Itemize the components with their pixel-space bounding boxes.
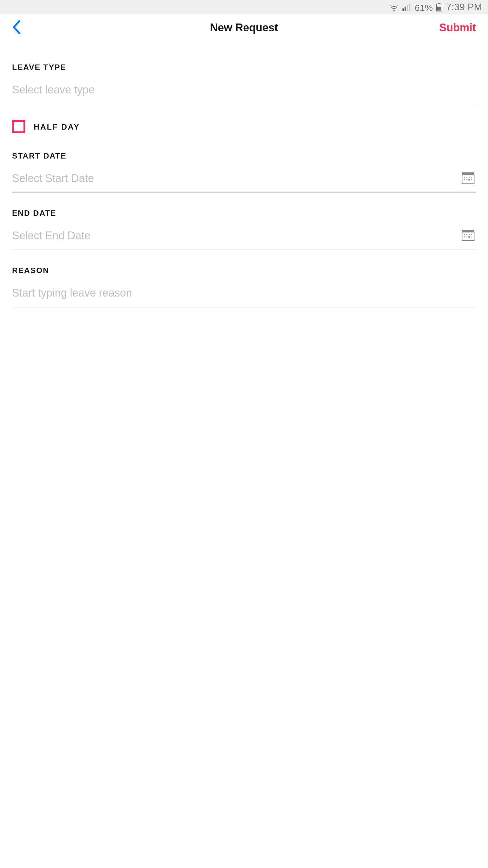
svg-rect-19 [462, 232, 474, 241]
svg-point-27 [471, 236, 472, 237]
svg-point-17 [471, 179, 472, 180]
field-reason: REASON [12, 266, 476, 307]
leave-type-input[interactable] [12, 80, 476, 104]
end-date-label: END DATE [12, 209, 476, 218]
nav-bar: New Request Submit [0, 14, 488, 41]
svg-rect-8 [462, 173, 474, 175]
leave-type-label: LEAVE TYPE [12, 63, 476, 72]
calendar-icon[interactable] [461, 171, 475, 184]
half-day-label: HALF DAY [34, 122, 80, 131]
leave#leave-type: LEAVE TYPE [12, 63, 476, 104]
svg-point-24 [464, 236, 465, 237]
svg-point-26 [468, 236, 470, 238]
svg-point-12 [469, 177, 469, 178]
half-day-checkbox[interactable] [12, 120, 25, 133]
svg-rect-9 [462, 175, 474, 183]
svg-point-25 [466, 236, 467, 237]
svg-rect-2 [405, 6, 406, 10]
svg-point-22 [469, 234, 469, 235]
wifi-icon [390, 4, 399, 11]
svg-point-16 [468, 179, 470, 181]
end-date-input[interactable] [12, 226, 476, 250]
svg-point-10 [464, 177, 465, 178]
field-end-date: END DATE [12, 209, 476, 250]
status-bar: 61% 7:39 PM [0, 0, 488, 14]
svg-rect-7 [437, 7, 442, 10]
svg-point-11 [466, 177, 467, 178]
battery-icon [436, 3, 443, 11]
svg-rect-1 [403, 8, 404, 10]
back-button[interactable] [12, 18, 21, 37]
reason-input[interactable] [12, 283, 476, 307]
start-date-input[interactable] [12, 169, 476, 193]
start-date-label: START DATE [12, 151, 476, 160]
svg-point-20 [464, 234, 465, 235]
svg-point-14 [464, 179, 465, 180]
page-title: New Request [210, 22, 278, 34]
svg-point-13 [471, 177, 472, 178]
svg-point-15 [466, 179, 467, 180]
svg-rect-3 [407, 5, 409, 10]
svg-point-23 [471, 234, 472, 235]
signal-icon [403, 2, 411, 12]
status-time: 7:39 PM [446, 2, 482, 13]
reason-label: REASON [12, 266, 476, 275]
svg-rect-4 [409, 3, 411, 10]
svg-rect-18 [462, 230, 474, 232]
svg-point-21 [466, 234, 467, 235]
calendar-icon[interactable] [461, 228, 475, 242]
submit-button[interactable]: Submit [439, 22, 476, 34]
field-start-date: START DATE [12, 151, 476, 193]
svg-point-0 [394, 10, 395, 11]
battery-percent: 61% [415, 2, 433, 12]
form-content: LEAVE TYPE HALF DAY START DATE [0, 41, 488, 335]
half-day-row: HALF DAY [12, 120, 476, 133]
